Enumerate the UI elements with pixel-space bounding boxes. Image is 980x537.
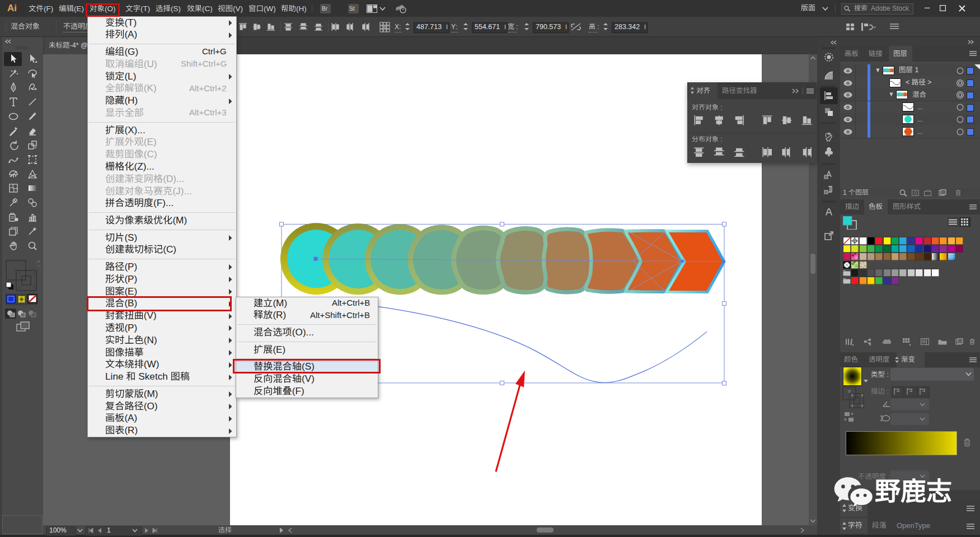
- svg-text:(V): (V): [143, 310, 156, 321]
- svg-text:(V): (V): [233, 4, 243, 13]
- svg-text::: :: [514, 23, 518, 30]
- svg-text:(D)...: (D)...: [163, 174, 184, 184]
- svg-text:Line: Line: [105, 371, 126, 382]
- svg-text:(T): (T): [124, 17, 137, 28]
- svg-text:(T): (T): [140, 4, 150, 13]
- svg-text:(F)...: (F)...: [153, 198, 174, 208]
- svg-text:(P): (P): [124, 262, 137, 272]
- svg-text:(R): (R): [273, 310, 286, 320]
- svg-text:(F): (F): [44, 4, 53, 13]
- svg-text:(E): (E): [74, 4, 84, 13]
- svg-text:Alt+Ctrl+3: Alt+Ctrl+3: [189, 108, 227, 117]
- svg-text:(P): (P): [124, 323, 137, 333]
- svg-text:(U): (U): [143, 59, 157, 69]
- svg-text:(M): (M): [273, 298, 287, 309]
- svg-text:Alt+Shift+Ctrl+B: Alt+Shift+Ctrl+B: [310, 311, 370, 320]
- svg-text:(S): (S): [171, 4, 181, 13]
- svg-text:(C): (C): [202, 4, 213, 13]
- svg-text::: :: [885, 387, 889, 395]
- svg-text:(H): (H): [124, 95, 138, 106]
- svg-text:X:: X:: [395, 23, 401, 30]
- svg-text:1: 1: [843, 189, 848, 196]
- svg-text::: :: [719, 136, 723, 143]
- svg-text:?: ?: [861, 393, 864, 398]
- svg-text:(J)...: (J)...: [172, 186, 191, 197]
- svg-text:Y:: Y:: [451, 23, 457, 30]
- svg-text:(E): (E): [143, 137, 156, 147]
- svg-text:(S): (S): [124, 232, 137, 243]
- svg-text:?: ?: [32, 272, 35, 277]
- svg-text:(M): (M): [143, 389, 158, 399]
- svg-text:?: ?: [18, 272, 21, 277]
- svg-text:(L): (L): [124, 71, 136, 82]
- svg-text:Alt+Ctrl+B: Alt+Ctrl+B: [332, 298, 370, 307]
- svg-text:<: <: [906, 78, 912, 86]
- svg-text:(W): (W): [143, 359, 159, 370]
- svg-text:(E): (E): [124, 286, 137, 297]
- svg-text:(P): (P): [124, 274, 137, 284]
- svg-text::: :: [719, 104, 723, 111]
- svg-text:>: >: [925, 78, 931, 86]
- svg-text:?: ?: [14, 269, 17, 274]
- svg-text:(M): (M): [172, 215, 187, 226]
- svg-text:?: ?: [18, 286, 21, 291]
- svg-text:(O): (O): [143, 401, 157, 412]
- svg-text:?: ?: [851, 404, 854, 409]
- svg-text:(R): (R): [124, 425, 138, 436]
- svg-text:(F): (F): [292, 386, 304, 396]
- svg-text:(Z)...: (Z)...: [134, 161, 154, 172]
- svg-text:(C): (C): [143, 149, 157, 160]
- svg-text:(A): (A): [124, 29, 137, 40]
- svg-text:Sketch: Sketch: [135, 371, 170, 382]
- svg-text:(W): (W): [264, 4, 276, 13]
- svg-text:(V): (V): [302, 373, 315, 384]
- svg-text:Ctrl+G: Ctrl+G: [202, 47, 227, 56]
- svg-text:(K): (K): [143, 83, 156, 94]
- svg-text::: :: [885, 371, 889, 379]
- svg-text:(H): (H): [296, 4, 307, 13]
- svg-text:?: ?: [861, 404, 864, 409]
- svg-text:?: ?: [851, 393, 854, 398]
- svg-text:1: 1: [913, 66, 918, 74]
- svg-text:(E): (E): [273, 344, 285, 355]
- svg-text:(G): (G): [124, 46, 138, 57]
- svg-text:?: ?: [32, 286, 35, 291]
- svg-text:(C): (C): [163, 244, 176, 255]
- svg-text:Shift+Ctrl+G: Shift+Ctrl+G: [181, 59, 227, 68]
- svg-text:Alt+Ctrl+2: Alt+Ctrl+2: [189, 84, 227, 93]
- svg-text:(X)...: (X)...: [124, 125, 145, 136]
- svg-text:(N): (N): [143, 335, 157, 345]
- svg-text:(O)...: (O)...: [292, 327, 314, 338]
- svg-text::: :: [595, 23, 599, 30]
- svg-text:(A): (A): [124, 413, 137, 423]
